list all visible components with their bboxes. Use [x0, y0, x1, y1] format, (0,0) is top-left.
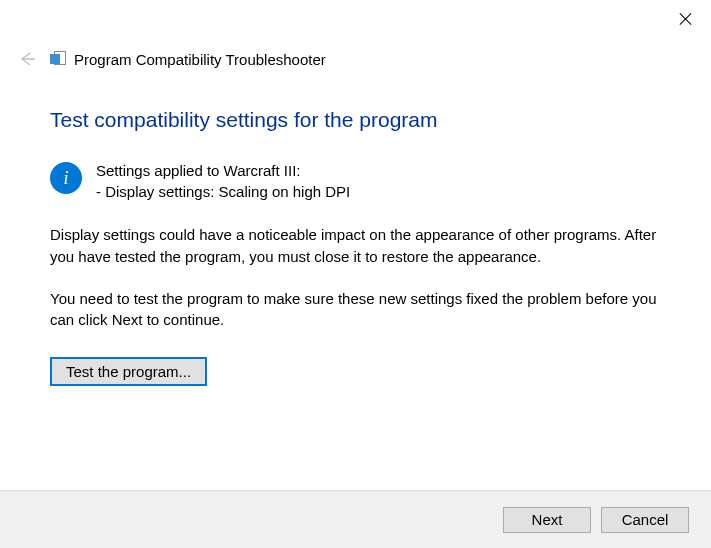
settings-applied-line: Settings applied to Warcraft III:	[96, 160, 350, 181]
back-arrow-icon	[12, 44, 42, 74]
page-heading: Test compatibility settings for the prog…	[50, 108, 661, 132]
info-row: i Settings applied to Warcraft III: - Di…	[50, 160, 661, 202]
close-icon[interactable]	[679, 12, 693, 26]
main-content: Test compatibility settings for the prog…	[50, 108, 661, 386]
footer: Next Cancel	[0, 490, 711, 548]
cancel-button[interactable]: Cancel	[601, 507, 689, 533]
display-warning-text: Display settings could have a noticeable…	[50, 224, 661, 268]
info-icon: i	[50, 162, 82, 194]
info-text: Settings applied to Warcraft III: - Disp…	[96, 160, 350, 202]
header: Program Compatibility Troubleshooter	[0, 44, 711, 74]
test-program-button[interactable]: Test the program...	[50, 357, 207, 386]
test-instruction-text: You need to test the program to make sur…	[50, 288, 661, 332]
window-title: Program Compatibility Troubleshooter	[74, 51, 326, 68]
settings-detail-line: - Display settings: Scaling on high DPI	[96, 181, 350, 202]
program-compat-icon	[50, 51, 66, 67]
next-button[interactable]: Next	[503, 507, 591, 533]
